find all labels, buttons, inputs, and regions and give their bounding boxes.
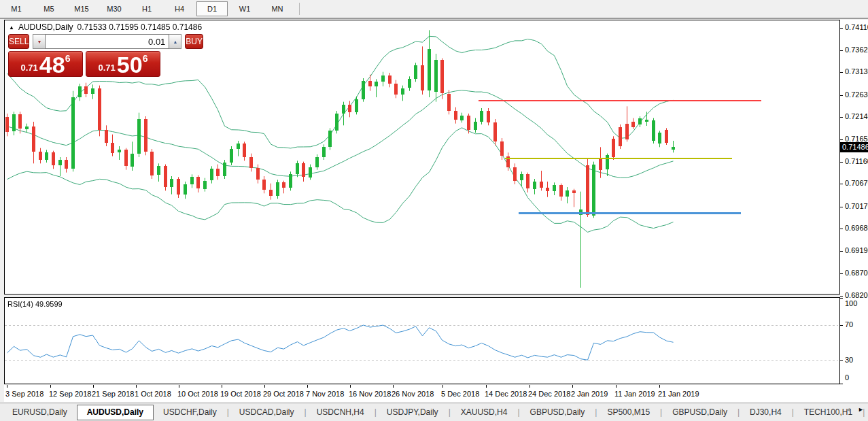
price-tick-dash [840, 95, 843, 96]
date-tick [136, 385, 137, 388]
price-tick-dash [840, 184, 843, 184]
price-tick-dash [840, 207, 843, 207]
tab-scroll-left-icon[interactable]: ◄ [845, 406, 851, 413]
chart-tab-usdcad-daily[interactable]: USDCAD,Daily [230, 405, 304, 420]
chart-tab-eurusd-daily[interactable]: EURUSD,Daily [3, 405, 77, 420]
date-label: 29 Oct 2018 [263, 390, 304, 398]
timeframe-button-D1[interactable]: D1 [196, 1, 228, 16]
timeframe-button-MN[interactable]: MN [262, 1, 293, 16]
current-price-badge: 0.71486 [840, 142, 868, 152]
date-tick [222, 385, 222, 388]
price-tick-label: 0.72630 [845, 90, 868, 99]
chart-tab-ukoil-h1[interactable]: UKOil,H1 [865, 405, 868, 420]
date-label: 21 Jan 2019 [658, 390, 699, 398]
buy-price-button[interactable]: 0.71 50 6 [86, 51, 160, 77]
tab-scroll-buttons: ◄ ► [845, 406, 864, 413]
timeframe-button-H4[interactable]: H4 [164, 1, 195, 16]
date-tick [307, 385, 308, 388]
date-label: 19 Oct 2018 [220, 390, 261, 398]
price-axis[interactable]: 0.741100.736200.731300.726300.721400.716… [840, 20, 868, 297]
rsi-indicator-label: RSI(14) 49.9599 [7, 300, 63, 308]
chart-tab-dj30-h4[interactable]: DJ30,H4 [740, 405, 791, 420]
chart-tab-usdjpy-daily[interactable]: USDJPY,Daily [377, 405, 448, 420]
price-tick-label: 0.69680 [845, 224, 868, 232]
price-tick-dash [840, 251, 843, 252]
chart-tab-gbpusd-daily[interactable]: GBPUSD,Daily [521, 405, 595, 420]
volume-decrease-icon[interactable]: ▼ [33, 34, 45, 49]
date-label: 16 Nov 2018 [349, 390, 391, 398]
rsi-indicator-panel: RSI(14) 49.9599 [4, 297, 840, 384]
price-tick-dash [840, 28, 843, 29]
rsi-tick-dash [840, 298, 843, 299]
price-tick-label: 0.70670 [845, 179, 868, 187]
date-tick [486, 385, 487, 388]
date-label: 12 Sep 2018 [49, 390, 91, 398]
date-label: 1 Oct 2018 [135, 390, 171, 398]
date-label: 14 Dec 2018 [485, 390, 527, 398]
price-tick-dash [840, 139, 843, 140]
volume-increase-icon[interactable]: ▲ [169, 34, 181, 49]
chart-tab-bar: EURUSD,DailyAUDUSD,DailyUSDCHF,Daily|USD… [0, 403, 868, 421]
date-tick [393, 385, 394, 388]
chart-tab-xauusd-h4[interactable]: XAUUSD,H4 [451, 405, 517, 420]
timeframe-button-M15[interactable]: M15 [66, 1, 97, 16]
price-tick-label: 0.73130 [845, 67, 868, 75]
price-tick-dash [840, 162, 843, 163]
date-label: 3 Sep 2018 [5, 390, 44, 398]
buy-button[interactable]: BUY [185, 34, 203, 49]
buy-price-big-digits: 50 [117, 54, 143, 75]
date-tick [179, 385, 179, 388]
date-tick [659, 385, 660, 388]
date-label: 2 Jan 2019 [571, 390, 608, 398]
price-tick-dash [840, 273, 843, 274]
sell-price-prefix: 0.71 [21, 63, 38, 73]
price-tick-dash [840, 50, 843, 51]
sell-price-big-digits: 48 [39, 54, 65, 75]
toolbar-separator [299, 3, 300, 15]
price-tick-label: 0.74110 [845, 23, 868, 31]
date-label: 7 Nov 2018 [306, 390, 344, 398]
chart-tab-sp500-m15[interactable]: SP500,M15 [597, 405, 659, 420]
price-tick-label: 0.71160 [845, 157, 868, 165]
date-label: 24 Dec 2018 [528, 390, 570, 398]
rsi-tick-label: 30 [845, 356, 853, 364]
chart-tab-usdcnh-h4[interactable]: USDCNH,H4 [307, 405, 374, 420]
price-tick-label: 0.68700 [845, 269, 868, 277]
date-axis[interactable]: 3 Sep 201812 Sep 201821 Sep 20181 Oct 20… [4, 385, 840, 402]
date-tick [7, 385, 7, 388]
chart-tab-gbpusd-daily[interactable]: GBPUSD,Daily [663, 405, 737, 420]
chart-symbol-label: AUDUSD,Daily [18, 22, 73, 32]
rsi-tick-dash [840, 384, 843, 384]
rsi-tick-dash [840, 325, 843, 326]
date-tick [350, 385, 351, 388]
timeframe-button-M1[interactable]: M1 [1, 1, 32, 16]
rsi-tick-label: 100 [845, 299, 857, 307]
tab-scroll-right-icon[interactable]: ► [858, 406, 864, 413]
buy-price-prefix: 0.71 [99, 63, 116, 73]
timeframe-button-W1[interactable]: W1 [229, 1, 260, 16]
date-tick [616, 385, 617, 388]
date-tick [93, 385, 94, 388]
timeframe-button-M5[interactable]: M5 [33, 1, 65, 16]
sell-price-pip-digit: 6 [65, 53, 71, 64]
chart-tab-audusd-daily[interactable]: AUDUSD,Daily [77, 405, 154, 420]
price-tick-dash [840, 296, 843, 297]
one-click-trade-widget: SELL ▼ ▲ BUY 0.71 48 6 0.71 50 6 [8, 34, 160, 77]
rsi-chart-canvas[interactable] [5, 298, 838, 382]
rsi-tick-label: 70 [845, 320, 853, 329]
date-tick [442, 385, 443, 388]
timeframe-button-M30[interactable]: M30 [99, 1, 130, 16]
sell-price-button[interactable]: 0.71 48 6 [8, 51, 83, 77]
volume-input[interactable] [45, 34, 169, 49]
sell-button[interactable]: SELL [8, 34, 29, 49]
price-tick-dash [840, 72, 843, 73]
timeframe-button-H1[interactable]: H1 [131, 1, 162, 16]
rsi-axis[interactable]: 10070300 [840, 297, 868, 386]
price-tick-label: 0.72140 [845, 112, 868, 120]
chart-tab-usdchf-daily[interactable]: USDCHF,Daily [154, 405, 226, 420]
date-tick [572, 385, 573, 388]
buy-price-pip-digit: 6 [143, 53, 148, 64]
price-tick-label: 0.70170 [845, 202, 868, 210]
rsi-tick-dash [840, 360, 843, 361]
date-tick [50, 385, 51, 388]
